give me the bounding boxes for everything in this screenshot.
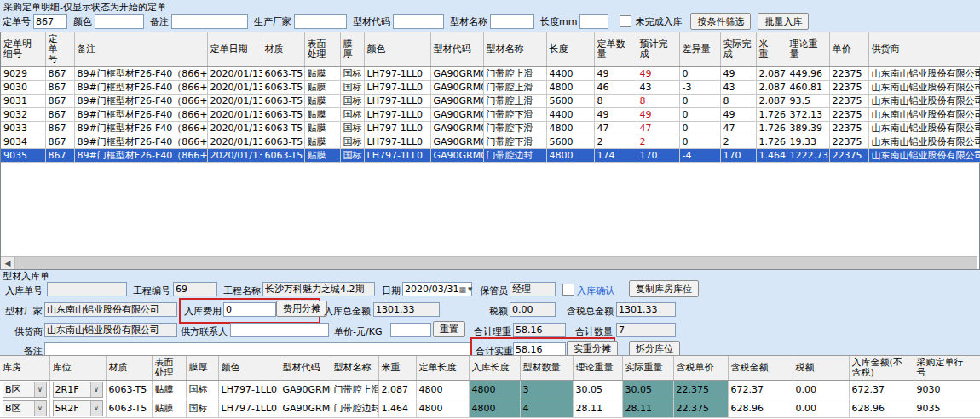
cell[interactable]: 2 <box>594 135 637 149</box>
cell[interactable]: 49 <box>720 67 756 81</box>
table-row[interactable]: 902986789#门框型材F26-F40（866+867）2020/01/13… <box>1 67 980 81</box>
supplier-field[interactable] <box>44 323 177 337</box>
cell[interactable]: 2020/01/13 <box>207 135 262 149</box>
chevron-down-icon[interactable]: ∨ <box>34 382 46 397</box>
cell[interactable]: 0 <box>679 122 720 135</box>
cell[interactable]: 4800 <box>416 381 469 399</box>
cell[interactable]: 2 <box>720 135 756 149</box>
project-no-field[interactable] <box>173 282 217 296</box>
remark-input[interactable] <box>171 14 248 29</box>
cell[interactable]: 贴膜 <box>304 95 340 108</box>
cell[interactable]: 8 <box>720 95 756 108</box>
cell[interactable]: 3 <box>520 381 573 399</box>
cell[interactable]: GA90GRM03 <box>430 95 483 108</box>
cell[interactable]: 国标 <box>186 381 218 399</box>
cell[interactable]: 6063-T5 <box>262 108 304 122</box>
cell[interactable]: LH797-1LL0 <box>364 108 430 122</box>
color-input[interactable] <box>95 14 144 29</box>
cell[interactable]: 9035 <box>1 149 45 163</box>
cell[interactable]: 山东南山铝业股份有限公司 <box>868 122 980 135</box>
cell[interactable]: 4800 <box>469 399 520 418</box>
fee-allocate-button[interactable]: 费用分摊 <box>276 301 327 317</box>
cell[interactable]: 4400 <box>546 108 594 122</box>
tax-field[interactable] <box>510 302 556 317</box>
cell[interactable]: 4800 <box>416 399 469 418</box>
horizontal-scrollbar[interactable]: ◀ <box>1 256 977 269</box>
cell[interactable]: 22375 <box>829 108 868 122</box>
cell[interactable]: 19.33 <box>787 135 829 149</box>
cell[interactable]: LH797-1LL0 <box>218 399 280 418</box>
cell[interactable]: 2020/01/13 <box>207 108 262 122</box>
receipt-no-field[interactable] <box>47 282 127 296</box>
unfinished-checkbox[interactable] <box>620 15 631 27</box>
cell[interactable]: 449.96 <box>787 67 829 81</box>
cell[interactable]: 2.087 <box>378 381 416 399</box>
chevron-down-icon[interactable]: ▼ <box>468 286 472 293</box>
cell[interactable]: 4800 <box>546 149 594 163</box>
cell[interactable]: 6063-T5 <box>262 122 304 135</box>
cell[interactable]: 0.00 <box>793 399 849 418</box>
cell[interactable]: 2020/01/13 <box>207 67 262 81</box>
cell[interactable]: 867 <box>45 95 74 108</box>
table-row[interactable]: 903186789#门框型材F26-F40（866+867）2020/01/13… <box>1 95 980 108</box>
cell[interactable]: 9030 <box>914 381 980 399</box>
cell[interactable]: 22375 <box>829 149 868 163</box>
cell[interactable]: 89#门框型材F26-F40（866+867） <box>74 67 207 81</box>
cell[interactable]: 22.375 <box>673 381 728 399</box>
cell[interactable]: GA90GRM03 <box>280 381 331 399</box>
cell[interactable]: 170 <box>720 149 756 163</box>
cell[interactable]: 国标 <box>340 108 364 122</box>
cell[interactable]: 门带腔上滑 <box>483 81 546 95</box>
inbound-fee-field[interactable] <box>223 302 276 317</box>
cell[interactable]: 5R2F∨ <box>49 399 106 418</box>
table-row[interactable]: B区∨5R2F∨6063-T5贴膜国标LH797-1LL0GA90GRM05门带… <box>0 399 980 418</box>
cell[interactable]: 89#门框型材F26-F40（866+867） <box>74 149 207 163</box>
cell[interactable]: 贴膜 <box>152 381 186 399</box>
cell[interactable]: 1.726 <box>756 122 787 135</box>
dropdown[interactable]: B区∨ <box>3 400 47 416</box>
cell[interactable]: 372.13 <box>787 108 829 122</box>
profile-code-input[interactable] <box>393 14 444 29</box>
cell[interactable]: 9033 <box>1 122 45 135</box>
cell[interactable]: 89#门框型材F26-F40（866+867） <box>74 135 207 149</box>
project-name-field[interactable] <box>262 282 375 296</box>
cell[interactable]: 28.11 <box>622 399 673 418</box>
cell[interactable]: 22.375 <box>673 399 728 418</box>
table-row[interactable]: 903086789#门框型材F26-F40（866+867）2020/01/13… <box>1 81 980 95</box>
table-row[interactable]: 903586789#门框型材F26-F40（866+867）2020/01/13… <box>1 149 980 163</box>
inbound-confirm-checkbox[interactable] <box>562 284 574 296</box>
cell[interactable]: 672.37 <box>728 381 793 399</box>
cell[interactable]: 628.96 <box>849 399 914 418</box>
cell[interactable]: GA90GRM05 <box>280 399 331 418</box>
cell[interactable]: GA90GRM05 <box>430 149 483 163</box>
cell[interactable]: 山东南山铝业股份有限公司 <box>868 67 980 81</box>
order-no-input[interactable] <box>33 14 67 29</box>
cell[interactable]: B区∨ <box>0 381 49 399</box>
cell[interactable]: B区∨ <box>0 399 49 418</box>
date-picker[interactable]: 2020/03/31 ▦ ▼ <box>402 282 472 296</box>
cell[interactable]: 22375 <box>829 122 868 135</box>
dropdown[interactable]: 5R2F∨ <box>53 400 103 416</box>
cell[interactable]: 28.11 <box>573 399 622 418</box>
cell[interactable]: 6063-T5 <box>262 149 304 163</box>
cell[interactable]: 5600 <box>546 95 594 108</box>
cell[interactable]: 2.087 <box>756 67 787 81</box>
cell[interactable]: -3 <box>679 81 720 95</box>
cell[interactable]: 867 <box>45 81 74 95</box>
cell[interactable]: LH797-1LL0 <box>364 81 430 95</box>
cell[interactable]: 93.5 <box>787 95 829 108</box>
factory-field[interactable] <box>44 302 177 317</box>
cell[interactable]: GA90GRM04 <box>430 122 483 135</box>
copy-warehouse-button[interactable]: 复制库房库位 <box>629 280 699 297</box>
cell[interactable]: GA90GRM04 <box>430 108 483 122</box>
cell[interactable]: 山东南山铝业股份有限公司 <box>868 108 980 122</box>
cell[interactable]: 门带腔下滑 <box>483 108 546 122</box>
cell[interactable]: 43 <box>637 81 679 95</box>
cell[interactable]: 4 <box>520 399 573 418</box>
keeper-field[interactable] <box>510 282 556 296</box>
cell[interactable]: 4400 <box>546 67 594 81</box>
cell[interactable]: LH797-1LL0 <box>364 67 430 81</box>
chevron-down-icon[interactable]: ∨ <box>34 401 46 416</box>
cell[interactable]: 6063-T5 <box>106 381 152 399</box>
cell[interactable]: 89#门框型材F26-F40（866+867） <box>74 81 207 95</box>
